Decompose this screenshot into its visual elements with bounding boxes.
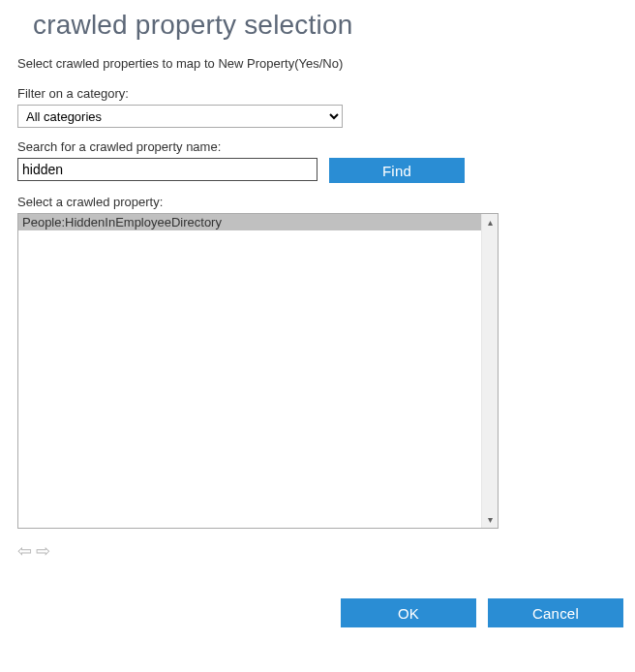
scroll-up-icon[interactable]: ▴ bbox=[482, 214, 498, 230]
select-property-label: Select a crawled property: bbox=[17, 195, 618, 209]
previous-arrow-icon: ⇦ bbox=[17, 542, 32, 560]
results-listbox[interactable]: People:HiddenInEmployeeDirectory ▴ ▾ bbox=[17, 213, 499, 529]
cancel-button[interactable]: Cancel bbox=[488, 598, 623, 627]
scroll-down-icon[interactable]: ▾ bbox=[482, 511, 498, 528]
scrollbar[interactable]: ▴ ▾ bbox=[481, 214, 498, 528]
filter-label: Filter on a category: bbox=[17, 86, 618, 101]
next-arrow-icon: ⇨ bbox=[36, 542, 50, 560]
list-item[interactable]: People:HiddenInEmployeeDirectory bbox=[18, 214, 481, 230]
find-button[interactable]: Find bbox=[329, 158, 465, 183]
page-title: crawled property selection bbox=[0, 0, 635, 46]
search-label: Search for a crawled property name: bbox=[17, 139, 618, 154]
category-select[interactable]: All categories bbox=[17, 105, 343, 128]
ok-button[interactable]: OK bbox=[341, 598, 476, 627]
search-input[interactable] bbox=[17, 158, 318, 181]
intro-text: Select crawled properties to map to New … bbox=[17, 56, 618, 71]
